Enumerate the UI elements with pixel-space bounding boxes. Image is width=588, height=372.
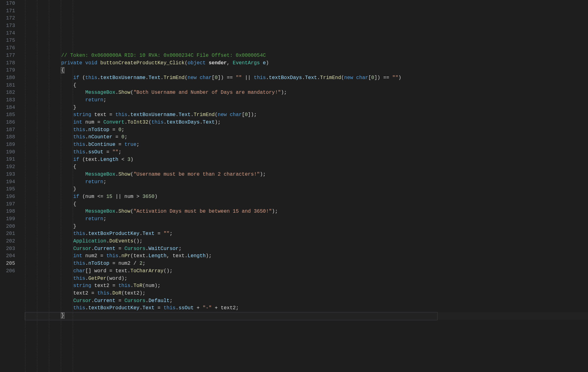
code-line[interactable]: }	[25, 223, 588, 231]
code-line[interactable]: int num2 = this.nPr(text.Length, text.Le…	[25, 252, 588, 260]
code-line[interactable]: }	[25, 104, 588, 112]
code-token: bContinue	[88, 142, 115, 147]
code-line[interactable]: this.nToStop = 0;	[25, 126, 588, 134]
code-token: .	[115, 90, 118, 95]
line-number[interactable]: 172	[3, 15, 15, 22]
line-number[interactable]: 170	[3, 0, 15, 8]
code-line[interactable]: if (text.Length < 3)	[25, 156, 588, 164]
line-number[interactable]: 198	[3, 208, 15, 215]
line-number[interactable]: 204	[3, 252, 15, 260]
code-token: textBoxDays	[269, 75, 302, 81]
code-editor[interactable]: 1701711721731741751761771781791801811821…	[0, 0, 588, 372]
code-line[interactable]: this.GetPer(word);	[25, 275, 588, 283]
code-line[interactable]: this.textBoxProductKey.Text = "";	[25, 230, 588, 238]
code-token	[82, 120, 85, 125]
code-token: char	[356, 75, 368, 81]
line-number[interactable]: 187	[3, 126, 15, 134]
code-line[interactable]: return;	[25, 178, 588, 186]
line-number[interactable]: 191	[3, 156, 15, 163]
line-number[interactable]: 206	[3, 268, 15, 275]
code-token: ssOut	[179, 305, 194, 311]
code-line[interactable]: int num = Convert.ToInt32(this.textBoxDa…	[25, 119, 588, 126]
code-token: .	[145, 246, 149, 252]
line-number[interactable]: 196	[3, 193, 15, 201]
line-number[interactable]: 203	[3, 245, 15, 253]
code-line[interactable]: Application.DoEvents();	[25, 238, 588, 245]
line-number[interactable]: 174	[3, 30, 15, 37]
line-number[interactable]: 177	[3, 52, 15, 60]
code-line[interactable]: }	[25, 186, 588, 193]
line-number[interactable]: 181	[3, 82, 15, 89]
line-number[interactable]: 188	[3, 134, 15, 141]
line-number[interactable]: 205	[3, 260, 15, 268]
code-line[interactable]: // Token: 0x0600000A RID: 10 RVA: 0x0000…	[25, 52, 588, 60]
code-line[interactable]: MessageBox.Show("Username must be more t…	[25, 171, 588, 178]
line-number[interactable]: 190	[3, 149, 15, 156]
code-line[interactable]: this.nCounter = 0;	[25, 134, 588, 141]
line-number[interactable]: 185	[3, 111, 15, 119]
code-token: .	[91, 298, 94, 304]
code-line[interactable]: }	[25, 312, 588, 320]
line-number[interactable]: 178	[3, 60, 15, 67]
code-line[interactable]: this.textBoxProductKey.Text = this.ssOut…	[25, 305, 588, 312]
line-number[interactable]: 171	[3, 8, 15, 15]
line-number[interactable]: 200	[3, 223, 15, 231]
code-line[interactable]: {	[25, 82, 588, 89]
code-line[interactable]: this.nToStop = num2 / 2;	[25, 260, 588, 268]
code-line[interactable]: Cursor.Current = Cursors.WaitCursor;	[25, 245, 588, 253]
line-number[interactable]: 186	[3, 119, 15, 126]
code-token: +	[194, 305, 203, 311]
line-number[interactable]: 180	[3, 74, 15, 82]
code-line[interactable]: {	[25, 201, 588, 208]
line-number[interactable]: 179	[3, 67, 15, 74]
line-number[interactable]: 193	[3, 171, 15, 178]
code-line[interactable]: if (this.textBoxUsername.Text.TrimEnd(ne…	[25, 74, 588, 82]
line-number[interactable]: 195	[3, 186, 15, 193]
line-number[interactable]: 194	[3, 178, 15, 186]
code-line[interactable]: this.ssOut = "";	[25, 149, 588, 156]
line-number[interactable]: 182	[3, 89, 15, 97]
code-token: 0	[371, 75, 374, 81]
code-line[interactable]: MessageBox.Show("Both Username and Numbe…	[25, 89, 588, 97]
code-line[interactable]: {	[25, 67, 588, 74]
code-token: =	[106, 112, 115, 118]
line-number-gutter[interactable]: 1701711721731741751761771781791801811821…	[0, 0, 19, 372]
line-number[interactable]: 189	[3, 141, 15, 149]
code-token: ||	[242, 75, 254, 81]
code-line[interactable]: {	[25, 163, 588, 171]
line-number[interactable]: 175	[3, 37, 15, 45]
code-token: [	[368, 75, 371, 81]
code-token: nPr	[121, 253, 130, 259]
line-number[interactable]: 202	[3, 238, 15, 245]
code-line[interactable]: text2 = this.DoR(text2);	[25, 290, 588, 297]
code-line[interactable]: return;	[25, 97, 588, 104]
code-token: TrimEnd	[320, 75, 341, 81]
line-number[interactable]: 184	[3, 104, 15, 112]
line-number[interactable]: 173	[3, 22, 15, 30]
code-token: ]) ==	[218, 75, 236, 81]
code-token: .	[115, 209, 118, 214]
line-number[interactable]: 192	[3, 163, 15, 171]
line-number[interactable]: 183	[3, 97, 15, 104]
code-area[interactable]: // Token: 0x0600000A RID: 10 RVA: 0x0000…	[25, 0, 588, 372]
line-number[interactable]: 176	[3, 45, 15, 52]
code-line[interactable]: this.bContinue = true;	[25, 141, 588, 149]
code-line[interactable]: private void buttonCreateProductKey_Clic…	[25, 60, 588, 67]
code-line[interactable]	[25, 320, 588, 327]
code-token: Length	[188, 253, 206, 259]
code-line[interactable]: MessageBox.Show("Activation Days must be…	[25, 208, 588, 215]
line-number[interactable]: 197	[3, 201, 15, 208]
fold-column[interactable]	[19, 0, 25, 372]
code-line[interactable]: Cursor.Current = Cursors.Default;	[25, 297, 588, 305]
code-token: .	[85, 134, 88, 140]
code-token: Convert	[103, 120, 124, 125]
code-line[interactable]: string text2 = this.ToR(num);	[25, 282, 588, 290]
code-line[interactable]: char[] word = text.ToCharArray();	[25, 268, 588, 275]
code-line[interactable]: if (num <= 15 || num > 3650)	[25, 193, 588, 201]
line-number[interactable]: 201	[3, 230, 15, 238]
code-token: return	[85, 179, 103, 185]
line-number[interactable]: 199	[3, 215, 15, 223]
code-token: return	[85, 216, 103, 222]
code-line[interactable]: return;	[25, 215, 588, 223]
code-line[interactable]: string text = this.textBoxUsername.Text.…	[25, 111, 588, 119]
